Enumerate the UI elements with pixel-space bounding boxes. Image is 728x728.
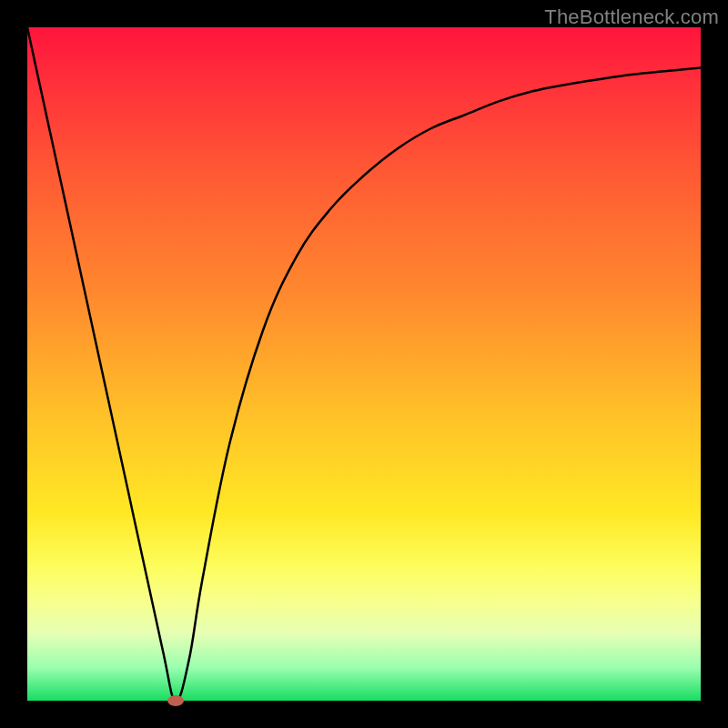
bottleneck-curve <box>27 27 701 701</box>
minimum-marker <box>167 695 184 706</box>
watermark-text: TheBottleneck.com <box>544 5 719 29</box>
curve-path <box>27 27 701 701</box>
chart-frame: TheBottleneck.com <box>0 0 728 728</box>
plot-area <box>27 27 701 701</box>
